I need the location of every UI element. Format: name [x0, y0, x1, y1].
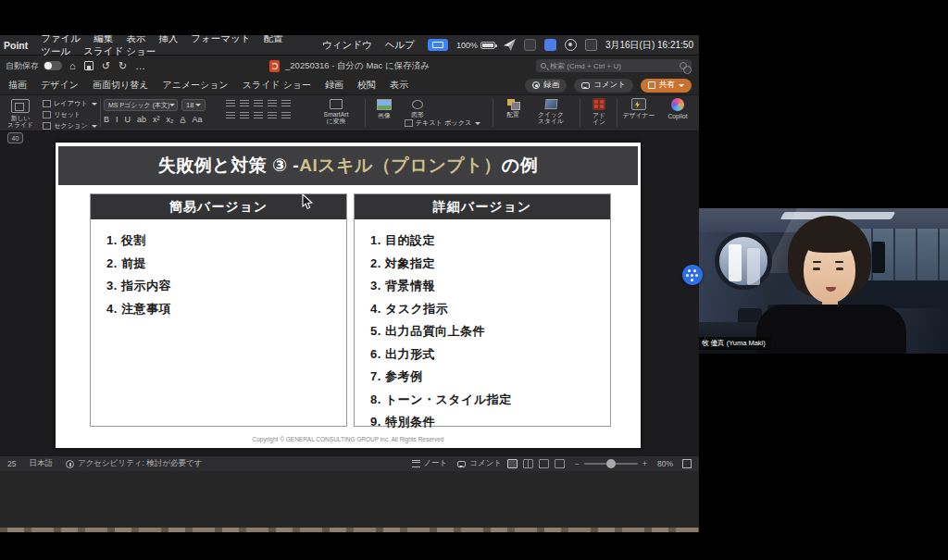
paper-plane-icon[interactable] — [504, 39, 516, 51]
slide-tools-stack: レイアウト リセット セクション — [43, 98, 98, 131]
menu-item[interactable]: 挿入 — [158, 35, 178, 44]
columns-icon[interactable] — [281, 112, 291, 120]
format-button[interactable]: Aa — [193, 115, 203, 124]
fit-slide-icon[interactable] — [682, 459, 692, 468]
numbered-list-icon[interactable] — [240, 100, 249, 108]
addins-button[interactable]: アド イン — [585, 96, 613, 126]
copilot-button[interactable]: Copilot — [659, 96, 696, 119]
menu-item[interactable]: ファイル — [41, 35, 81, 44]
font-name-select[interactable]: MS Pゴシック (本文) — [104, 99, 178, 111]
menu-item[interactable]: 表示 — [126, 35, 145, 44]
format-button[interactable]: U — [125, 115, 131, 124]
ribbon-tab[interactable]: 校閲 — [357, 79, 376, 92]
menu-item[interactable]: スライド ショー — [83, 45, 156, 56]
slide-sorter-view-button[interactable] — [523, 459, 533, 468]
zoom-out-button[interactable]: − — [575, 459, 580, 468]
menu-item[interactable]: 編集 — [94, 35, 113, 44]
format-button[interactable]: x² — [153, 115, 160, 124]
zoom-level[interactable]: 80% — [657, 459, 673, 468]
menu-item[interactable]: ヘルプ — [385, 39, 415, 52]
ribbon-tab[interactable]: スライド ショー — [243, 79, 311, 92]
floating-app-button[interactable] — [682, 265, 703, 285]
new-slide-button[interactable]: 新しい スライド — [4, 96, 37, 129]
list-item: 3. 指示内容 — [106, 278, 346, 301]
share-button[interactable]: 共有 — [641, 79, 692, 93]
participant-name-tag: 牧 優真 (Yuma Maki) — [699, 337, 771, 350]
align-right-icon[interactable] — [254, 112, 263, 120]
autosave-toggle[interactable] — [44, 61, 62, 70]
camera-menu-icon[interactable] — [585, 39, 597, 51]
format-button[interactable]: ab — [137, 115, 146, 124]
comments-panel-button[interactable]: コメント — [457, 458, 502, 469]
section-button[interactable]: セクション — [43, 120, 98, 131]
format-button[interactable]: I — [116, 115, 118, 124]
ribbon-tab[interactable]: 録画 — [325, 79, 343, 92]
menu-item[interactable]: ウィンドウ — [322, 39, 372, 52]
indent-icon[interactable] — [254, 100, 263, 108]
format-button[interactable]: A̲ — [181, 115, 186, 124]
font-size-select[interactable]: 18 — [181, 99, 206, 111]
copilot-icon — [671, 98, 684, 111]
shapes-button[interactable]: 図形 — [404, 96, 431, 118]
slide-title: 失敗例と対策 ③ - AIスキル（プロンプト） の例 — [58, 146, 638, 185]
textbox-button[interactable]: テキスト ボックス — [400, 118, 485, 129]
undo-icon[interactable]: ↺ — [102, 61, 110, 71]
menu-bar-clock[interactable]: 3月16日(日) 16:21:50 — [605, 39, 693, 52]
accessibility-status[interactable]: アクセシビリティ: 検討が必要です — [66, 458, 202, 469]
ribbon-tab[interactable]: 描画 — [8, 79, 27, 92]
more-commands-icon[interactable]: … — [135, 61, 145, 71]
menu-item[interactable]: ツール — [41, 45, 70, 56]
home-icon[interactable]: ⌂ — [69, 61, 76, 71]
record-menu-icon[interactable] — [565, 39, 577, 51]
input-source-icon[interactable] — [544, 39, 556, 51]
format-button[interactable]: x₂ — [167, 115, 174, 124]
search-input[interactable]: 検索 (Cmd + Ctrl + U) — [536, 59, 692, 72]
record-button[interactable]: 録画 — [525, 79, 567, 93]
designer-button[interactable]: デザイナー — [620, 96, 657, 118]
text-direction-icon[interactable] — [281, 100, 291, 108]
notes-button[interactable]: ノート — [412, 458, 447, 469]
zoom-slider-knob[interactable] — [606, 459, 616, 468]
slide-canvas[interactable]: 失敗例と対策 ③ - AIスキル（プロンプト） の例 簡易バージョン 1. 役割… — [56, 143, 641, 448]
normal-view-button[interactable] — [507, 459, 518, 468]
collaborator-badge: 40 — [7, 132, 23, 143]
zoom-in-button[interactable]: + — [642, 459, 647, 468]
textbox-icon — [405, 119, 413, 127]
picture-button[interactable]: 画像 — [370, 96, 398, 118]
ribbon-tab[interactable]: 表示 — [390, 79, 408, 92]
round-window — [715, 232, 772, 290]
layout-icon — [43, 100, 51, 107]
simple-version-panel: 簡易バージョン 1. 役割2. 前提3. 指示内容4. 注意事項 — [90, 193, 347, 427]
calendar-icon[interactable] — [524, 39, 536, 51]
comments-button[interactable]: コメント — [574, 79, 633, 93]
reading-view-button[interactable] — [539, 459, 549, 468]
arrange-button[interactable]: 配置 — [498, 96, 528, 118]
app-menu-powerpoint[interactable]: Point — [4, 40, 28, 51]
smartart-button[interactable]: SmartArt に変換 — [311, 96, 361, 125]
bullet-list-icon[interactable] — [226, 100, 235, 108]
font-format-buttons: BIUabx²x₂A̲Aa — [104, 115, 209, 124]
screen-sharing-indicator-icon[interactable] — [428, 39, 448, 51]
menu-item[interactable]: フォーマット — [191, 35, 250, 44]
redo-icon[interactable]: ↻ — [118, 61, 127, 71]
justify-icon[interactable] — [268, 112, 277, 120]
align-center-icon[interactable] — [240, 112, 249, 120]
format-button[interactable]: B — [104, 115, 109, 124]
reset-button[interactable]: リセット — [43, 109, 98, 120]
ribbon-tab[interactable]: 画面切り替え — [93, 79, 148, 92]
layout-button[interactable]: レイアウト — [43, 98, 98, 109]
line-spacing-icon[interactable] — [268, 100, 277, 108]
menu-item[interactable]: 配置 — [263, 35, 282, 44]
slideshow-view-button[interactable] — [555, 459, 565, 468]
ribbon-tab[interactable]: デザイン — [41, 79, 79, 92]
save-icon[interactable] — [84, 61, 94, 70]
ribbon-tab[interactable]: アニメーション — [162, 79, 228, 92]
list-item: 4. タスク指示 — [370, 301, 610, 324]
language-indicator[interactable]: 日本語 — [29, 458, 53, 469]
designer-icon — [631, 98, 646, 110]
align-left-icon[interactable] — [226, 112, 235, 120]
zoom-slider[interactable] — [584, 463, 638, 465]
quick-styles-button[interactable]: クイック スタイル — [531, 96, 570, 125]
list-item: 7. 参考例 — [370, 368, 610, 392]
simple-version-list: 1. 役割2. 前提3. 指示内容4. 注意事項 — [91, 219, 346, 323]
